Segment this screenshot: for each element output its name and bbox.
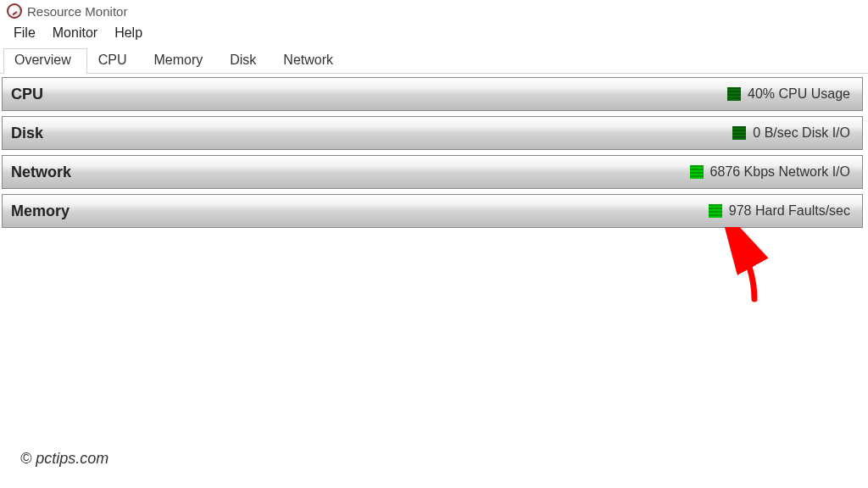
panel-network-title: Network (11, 164, 71, 181)
panel-disk-status-text: 0 B/sec Disk I/O (753, 125, 850, 141)
panel-memory-status: 978 Hard Faults/sec (709, 203, 850, 219)
annotation-arrow-icon (721, 227, 771, 303)
window-title: Resource Monitor (27, 4, 127, 19)
menu-help[interactable]: Help (106, 24, 151, 42)
watermark: © pctips.com (20, 450, 108, 468)
panel-disk-status: 0 B/sec Disk I/O (732, 125, 850, 141)
menubar: File Monitor Help (0, 20, 868, 47)
menu-monitor[interactable]: Monitor (44, 24, 106, 42)
panel-network[interactable]: Network 6876 Kbps Network I/O (2, 155, 863, 189)
panel-cpu[interactable]: CPU 40% CPU Usage (2, 77, 863, 111)
panels-container: CPU 40% CPU Usage Disk 0 B/sec Disk I/O … (0, 74, 868, 228)
tab-disk[interactable]: Disk (219, 48, 272, 74)
tab-memory[interactable]: Memory (142, 48, 219, 74)
panel-memory-title: Memory (11, 202, 70, 220)
tab-cpu[interactable]: CPU (87, 48, 143, 74)
menu-file[interactable]: File (5, 24, 44, 42)
panel-disk[interactable]: Disk 0 B/sec Disk I/O (2, 116, 863, 150)
led-icon (690, 165, 704, 179)
tab-network[interactable]: Network (272, 48, 349, 74)
panel-memory-status-text: 978 Hard Faults/sec (729, 203, 850, 219)
panel-cpu-status: 40% CPU Usage (727, 86, 850, 102)
led-icon (732, 126, 746, 140)
tab-overview[interactable]: Overview (3, 48, 87, 74)
panel-cpu-status-text: 40% CPU Usage (748, 86, 850, 102)
panel-network-status: 6876 Kbps Network I/O (690, 164, 850, 180)
titlebar: Resource Monitor (0, 0, 868, 20)
led-icon (709, 204, 722, 218)
app-icon (7, 3, 22, 19)
panel-cpu-title: CPU (11, 86, 43, 103)
led-icon (727, 87, 741, 101)
tabbar: Overview CPU Memory Disk Network (0, 47, 868, 74)
panel-network-status-text: 6876 Kbps Network I/O (710, 164, 850, 180)
panel-disk-title: Disk (11, 125, 43, 142)
panel-memory[interactable]: Memory 978 Hard Faults/sec (2, 194, 863, 228)
